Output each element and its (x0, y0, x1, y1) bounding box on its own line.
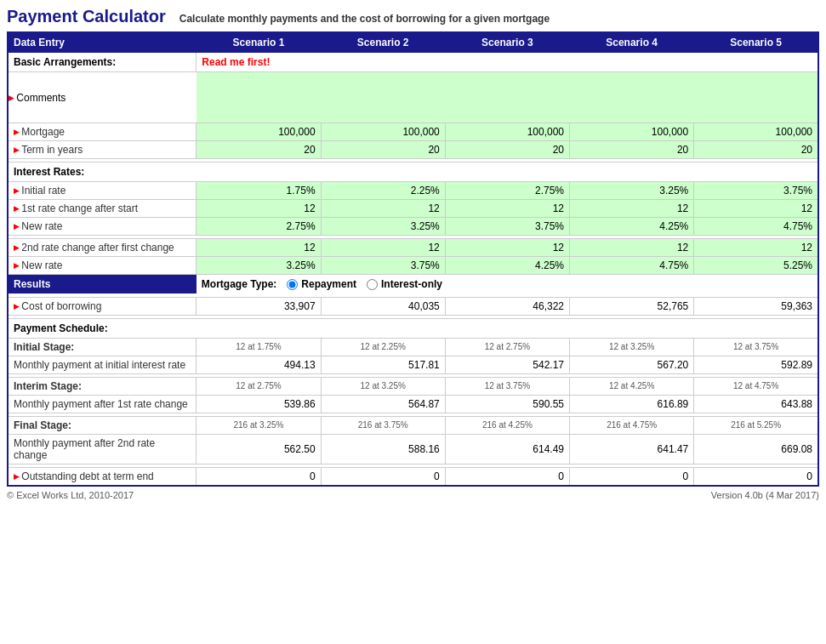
col-scenario3: Scenario 3 (445, 32, 569, 53)
new-rate2-input-s3[interactable]: 4.25% (445, 257, 569, 275)
initial-stage-sub-s4: 12 at 3.25% (570, 338, 694, 356)
outstanding-debt-label: ▸ Outstanding debt at term end (8, 467, 197, 486)
final-stage-label-row: Final Stage: 216 at 3.25% 216 at 3.75% 2… (8, 416, 818, 434)
cost-of-borrowing-label: ▸ Cost of borrowing (8, 297, 197, 315)
monthly-interim-s4: 616.89 (570, 395, 694, 413)
term-input-s1[interactable]: 20 (197, 141, 321, 159)
interest-only-radio[interactable] (367, 279, 378, 290)
monthly-interim-label: Monthly payment after 1st rate change (8, 395, 197, 413)
monthly-initial-s2: 517.81 (321, 356, 445, 373)
monthly-initial-label: Monthly payment at initial interest rate (8, 356, 197, 373)
first-rate-change-input-s2[interactable]: 12 (321, 200, 445, 218)
col-scenario2: Scenario 2 (321, 32, 445, 53)
comments-input-s2[interactable] (321, 72, 445, 123)
monthly-initial-row: Monthly payment at initial interest rate… (8, 356, 818, 373)
first-rate-change-input-s4[interactable]: 12 (570, 200, 694, 218)
outstanding-debt-s1: 0 (197, 467, 321, 486)
monthly-interim-s2: 564.87 (321, 395, 445, 413)
comments-label: ▸ Comments (8, 72, 197, 123)
outstanding-debt-s4: 0 (570, 467, 694, 486)
term-input-s2[interactable]: 20 (321, 141, 445, 159)
interim-stage-sub-s1: 12 at 2.75% (197, 377, 321, 395)
second-rate-change-input-s4[interactable]: 12 (570, 239, 694, 257)
new-rate1-row: ▸ New rate 2.75% 3.25% 3.75% 4.25% 4.75% (8, 218, 818, 236)
payment-schedule-header: Payment Schedule: (8, 318, 818, 338)
read-me-first-label[interactable]: Read me first! (202, 56, 270, 68)
second-rate-change-input-s3[interactable]: 12 (445, 239, 569, 257)
repayment-radio[interactable] (287, 279, 298, 290)
outstanding-debt-s2: 0 (321, 467, 445, 486)
col-data-entry: Data Entry (8, 32, 197, 53)
first-rate-change-label: ▸ 1st rate change after start (8, 200, 197, 218)
version: Version 4.0b (4 Mar 2017) (711, 490, 819, 500)
new-rate1-input-s1[interactable]: 2.75% (197, 218, 321, 236)
initial-rate-input-s2[interactable]: 2.25% (321, 182, 445, 200)
mortgage-input-s5[interactable]: 100,000 (694, 123, 818, 141)
mortgage-input-s2[interactable]: 100,000 (321, 123, 445, 141)
new-rate2-input-s2[interactable]: 3.75% (321, 257, 445, 275)
basic-arrangements-label: Basic Arrangements: (8, 53, 197, 72)
outstanding-debt-row: ▸ Outstanding debt at term end 0 0 0 0 0 (8, 467, 818, 486)
monthly-final-label: Monthly payment after 2nd rate change (8, 434, 197, 464)
new-rate1-input-s5[interactable]: 4.75% (694, 218, 818, 236)
cost-of-borrowing-s1: 33,907 (197, 297, 321, 315)
first-rate-change-input-s1[interactable]: 12 (197, 200, 321, 218)
monthly-final-s3: 614.49 (445, 434, 569, 464)
interim-stage-sub-s4: 12 at 4.25% (570, 377, 694, 395)
initial-rate-input-s1[interactable]: 1.75% (197, 182, 321, 200)
initial-stage-sub-s1: 12 at 1.75% (197, 338, 321, 356)
term-label: ▸ Term in years (8, 141, 197, 159)
comments-input-s1[interactable] (197, 72, 321, 123)
interest-rates-header: Interest Rates: (8, 162, 818, 182)
monthly-final-s5: 669.08 (694, 434, 818, 464)
monthly-initial-s1: 494.13 (197, 356, 321, 373)
monthly-initial-s4: 567.20 (570, 356, 694, 373)
second-rate-change-input-s2[interactable]: 12 (321, 239, 445, 257)
outstanding-debt-s3: 0 (445, 467, 569, 486)
new-rate2-input-s4[interactable]: 4.75% (570, 257, 694, 275)
interest-rates-label: Interest Rates: (8, 162, 818, 182)
monthly-final-s2: 588.16 (321, 434, 445, 464)
comments-input-s4[interactable] (570, 72, 694, 123)
results-header-row: Results Mortgage Type: Repayment Interes… (8, 275, 818, 294)
mortgage-input-s3[interactable]: 100,000 (445, 123, 569, 141)
new-rate1-input-s2[interactable]: 3.25% (321, 218, 445, 236)
initial-stage-sub-s5: 12 at 3.75% (694, 338, 818, 356)
monthly-interim-row: Monthly payment after 1st rate change 53… (8, 395, 818, 413)
term-input-s3[interactable]: 20 (445, 141, 569, 159)
interest-only-radio-label[interactable]: Interest-only (367, 278, 442, 290)
col-scenario4: Scenario 4 (570, 32, 694, 53)
second-rate-change-input-s5[interactable]: 12 (694, 239, 818, 257)
second-rate-change-row: ▸ 2nd rate change after first change 12 … (8, 239, 818, 257)
new-rate2-input-s5[interactable]: 5.25% (694, 257, 818, 275)
monthly-final-s1: 562.50 (197, 434, 321, 464)
initial-rate-input-s3[interactable]: 2.75% (445, 182, 569, 200)
new-rate1-input-s3[interactable]: 3.75% (445, 218, 569, 236)
monthly-final-row: Monthly payment after 2nd rate change 56… (8, 434, 818, 464)
comments-input-s5[interactable] (694, 72, 818, 123)
repayment-label: Repayment (301, 278, 356, 290)
new-rate1-input-s4[interactable]: 4.25% (570, 218, 694, 236)
outstanding-debt-s5: 0 (694, 467, 818, 486)
term-input-s4[interactable]: 20 (570, 141, 694, 159)
column-headers: Data Entry Scenario 1 Scenario 2 Scenari… (8, 32, 818, 53)
final-stage-sub-s1: 216 at 3.25% (197, 416, 321, 434)
initial-rate-input-s4[interactable]: 3.25% (570, 182, 694, 200)
repayment-radio-label[interactable]: Repayment (287, 278, 356, 290)
new-rate2-input-s1[interactable]: 3.25% (197, 257, 321, 275)
new-rate2-row: ▸ New rate 3.25% 3.75% 4.25% 4.75% 5.25% (8, 257, 818, 275)
mortgage-input-s1[interactable]: 100,000 (197, 123, 321, 141)
initial-rate-input-s5[interactable]: 3.75% (694, 182, 818, 200)
final-stage-sub-s5: 216 at 5.25% (694, 416, 818, 434)
basic-arrangements-header: Basic Arrangements: Read me first! (8, 53, 818, 72)
term-input-s5[interactable]: 20 (694, 141, 818, 159)
second-rate-change-input-s1[interactable]: 12 (197, 239, 321, 257)
comments-input-s3[interactable] (445, 72, 569, 123)
initial-stage-label-row: Initial Stage: 12 at 1.75% 12 at 2.25% 1… (8, 338, 818, 356)
final-stage-sub-s2: 216 at 3.75% (321, 416, 445, 434)
mortgage-input-s4[interactable]: 100,000 (570, 123, 694, 141)
mortgage-label: ▸ Mortgage (8, 123, 197, 141)
first-rate-change-input-s5[interactable]: 12 (694, 200, 818, 218)
copyright: © Excel Works Ltd, 2010-2017 (7, 490, 134, 500)
first-rate-change-input-s3[interactable]: 12 (445, 200, 569, 218)
